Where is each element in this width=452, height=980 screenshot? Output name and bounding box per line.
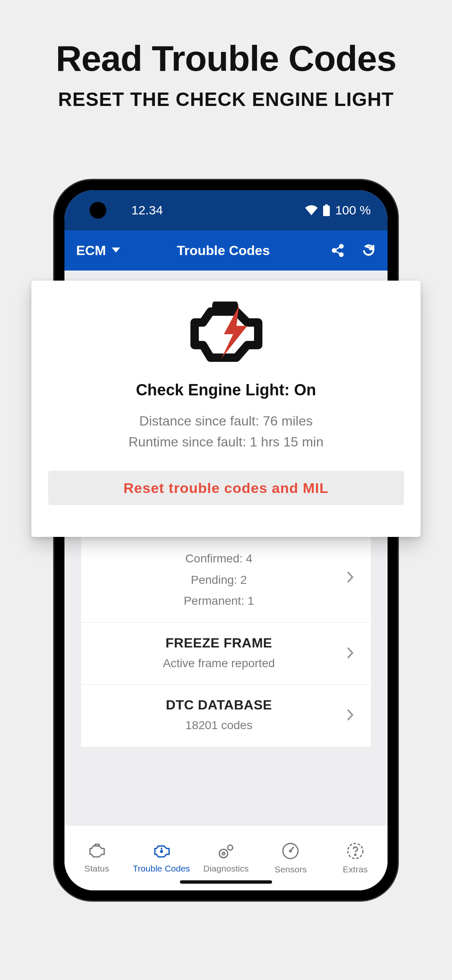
screen-title: Trouble Codes [120,243,331,258]
database-title: DTC DATABASE [91,697,347,713]
nav-extras[interactable]: Extras [323,825,388,890]
share-button[interactable] [331,243,345,258]
summary-confirmed: Confirmed: 4 [91,550,347,567]
battery-icon [323,204,330,216]
status-clock: 12.34 [131,203,163,217]
svg-point-11 [228,845,233,850]
status-bar: 12.34 100 % [64,190,388,230]
engine-bolt-icon [178,302,274,364]
svg-line-5 [336,247,340,250]
summary-permanent: Permanent: 1 [91,593,347,610]
engine-warning-icon [152,843,172,859]
chevron-right-icon [347,571,354,585]
refresh-icon [362,243,376,258]
chevron-right-icon [347,709,354,723]
database-sub: 18201 codes [91,717,347,734]
svg-line-6 [336,251,340,254]
row-freeze-frame[interactable]: FREEZE FRAME Active frame reported [81,622,371,685]
nav-label: Sensors [275,864,307,874]
svg-point-2 [339,245,343,248]
engine-icon [87,843,107,859]
promo-title: Read Trouble Codes [0,38,452,79]
svg-point-9 [219,849,228,858]
refresh-button[interactable] [362,243,376,258]
svg-point-16 [354,854,356,855]
reset-codes-button[interactable]: Reset trouble codes and MIL [48,471,404,505]
module-label: ECM [76,243,106,258]
wifi-icon [305,205,318,215]
svg-rect-1 [323,206,330,216]
svg-point-7 [161,851,162,852]
distance-since-fault: Distance since fault: 76 miles [128,411,324,432]
nav-label: Extras [343,864,368,874]
chevron-right-icon [347,647,354,661]
home-indicator[interactable] [180,880,272,884]
svg-rect-0 [325,204,328,206]
battery-text: 100 % [335,203,371,217]
share-icon [331,243,345,258]
status-icons: 100 % [305,203,371,217]
app-bar: ECM Trouble Codes [64,230,388,271]
nav-label: Trouble Codes [133,864,190,874]
help-icon [346,842,365,860]
svg-point-10 [222,852,225,855]
module-dropdown[interactable]: ECM [76,243,120,258]
list: Confirmed: 4 Pending: 2 Permanent: 1 FRE… [81,534,371,747]
freeze-title: FREEZE FRAME [91,635,347,651]
svg-point-3 [332,249,336,253]
gears-icon [216,843,236,859]
promo-subtitle: RESET THE CHECK ENGINE LIGHT [0,88,452,111]
freeze-sub: Active frame reported [91,655,347,672]
check-engine-status: Check Engine Light: On [136,381,316,399]
gauge-icon [281,842,300,860]
row-summary[interactable]: Confirmed: 4 Pending: 2 Permanent: 1 [81,534,371,622]
nav-status[interactable]: Status [64,825,129,890]
summary-pending: Pending: 2 [91,572,347,589]
runtime-since-fault: Runtime since fault: 1 hrs 15 min [128,432,324,453]
row-dtc-database[interactable]: DTC DATABASE 18201 codes [81,684,371,747]
chevron-down-icon [112,248,120,253]
svg-point-14 [290,850,291,852]
svg-point-4 [339,253,343,257]
nav-label: Diagnostics [203,864,249,874]
camera-hole [90,202,106,219]
nav-label: Status [84,864,109,874]
check-engine-card: Check Engine Light: On Distance since fa… [31,281,421,537]
